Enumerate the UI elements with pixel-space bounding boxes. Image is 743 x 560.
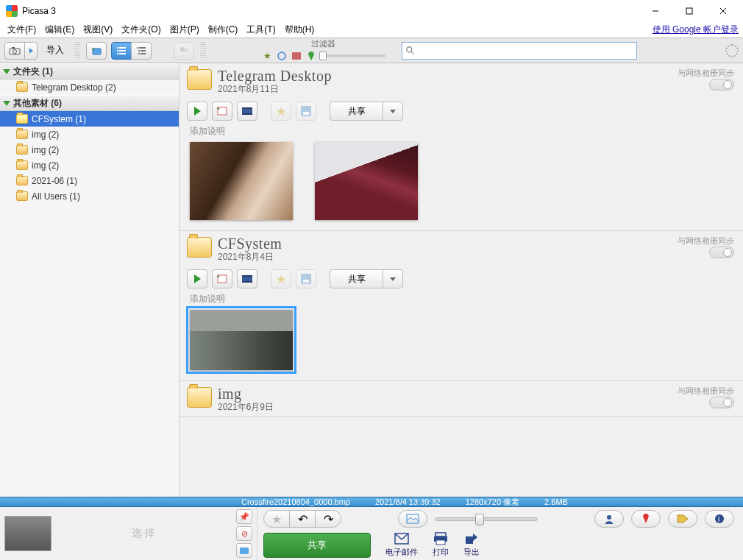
rotate-cw-button[interactable]: ↷ bbox=[315, 510, 341, 528]
add-photos-button[interactable]: + bbox=[212, 102, 232, 121]
window-minimize-button[interactable] bbox=[639, 1, 672, 21]
sidebar-item-label: img (2) bbox=[32, 145, 59, 155]
filter-face-button[interactable] bbox=[275, 49, 288, 63]
geotag-button[interactable] bbox=[631, 510, 661, 528]
info-datetime: 2021/8/4 13:39:32 bbox=[375, 497, 441, 506]
filter-date-slider[interactable] bbox=[319, 54, 385, 57]
menu-view[interactable]: 视图(V) bbox=[80, 22, 115, 38]
folder-icon[interactable] bbox=[187, 237, 212, 258]
sidebar-item-all-users[interactable]: All Users (1) bbox=[0, 188, 179, 204]
camera-icon-button[interactable] bbox=[4, 42, 25, 60]
email-label: 电子邮件 bbox=[385, 547, 418, 558]
rotate-ccw-button[interactable]: ↶ bbox=[289, 510, 316, 528]
svg-text:+: + bbox=[216, 274, 220, 280]
share-dropdown-button[interactable] bbox=[383, 102, 403, 121]
zoom-image-button[interactable] bbox=[398, 510, 427, 528]
album-title[interactable]: CFSystem bbox=[218, 235, 282, 252]
main-toolbar: 导入 + 过滤器 ★ bbox=[0, 38, 743, 63]
view-list-button[interactable] bbox=[111, 42, 132, 60]
sidebar-section-folders[interactable]: 文件夹 (1) bbox=[0, 63, 179, 79]
movie-button[interactable] bbox=[237, 269, 257, 288]
pin-button[interactable]: 📌 bbox=[236, 509, 252, 524]
sidebar-item-cfsystem[interactable]: CFSystem (1) bbox=[0, 111, 179, 127]
add-to-album-button[interactable] bbox=[236, 543, 252, 558]
thumbnail-selected[interactable] bbox=[190, 310, 293, 370]
email-action[interactable]: 电子邮件 bbox=[385, 532, 418, 558]
album-title[interactable]: img bbox=[218, 386, 274, 403]
google-login-link[interactable]: 使用 Google 帐户登录 bbox=[653, 24, 739, 36]
list-icon bbox=[116, 46, 127, 55]
pin-icon: 📌 bbox=[239, 512, 249, 522]
tray-thumbnail[interactable] bbox=[4, 516, 51, 551]
window-maximize-button[interactable] bbox=[672, 1, 706, 21]
add-folder-button[interactable]: + bbox=[86, 42, 107, 60]
sidebar-item-img-3[interactable]: img (2) bbox=[0, 157, 179, 173]
slideshow-button[interactable] bbox=[187, 102, 207, 121]
sidebar-item-telegram[interactable]: Telegram Desktop (2) bbox=[0, 79, 179, 95]
share-dropdown-button[interactable] bbox=[383, 269, 403, 288]
sync-toggle[interactable] bbox=[709, 79, 734, 91]
sidebar-item-img-2[interactable]: img (2) bbox=[0, 142, 179, 157]
save-button-disabled bbox=[296, 102, 316, 121]
info-filename: Crossfire20210804_0000.bmp bbox=[241, 497, 350, 506]
tag-people-button[interactable] bbox=[594, 510, 624, 528]
sync-toggle[interactable] bbox=[709, 247, 734, 258]
filter-video-button[interactable] bbox=[290, 49, 303, 63]
menu-picture[interactable]: 图片(P) bbox=[167, 22, 202, 38]
properties-button[interactable]: i bbox=[705, 510, 734, 528]
folder-icon[interactable] bbox=[187, 69, 212, 90]
add-photos-button[interactable]: + bbox=[212, 269, 232, 288]
diskette-icon bbox=[301, 106, 311, 116]
menu-folder[interactable]: 文件夹(O) bbox=[118, 22, 163, 38]
album-date: 2021年8月4日 bbox=[218, 251, 282, 263]
sidebar-item-2021-06[interactable]: 2021-06 (1) bbox=[0, 173, 179, 188]
info-dimensions: 1280x720 像素 bbox=[466, 497, 519, 508]
star-toggle-button[interactable]: ★ bbox=[263, 510, 290, 528]
print-icon bbox=[433, 532, 448, 545]
star-icon: ★ bbox=[276, 104, 286, 118]
svg-rect-20 bbox=[141, 53, 146, 54]
camera-dropdown-button[interactable] bbox=[24, 42, 38, 60]
slideshow-button[interactable] bbox=[187, 269, 207, 288]
view-tree-button[interactable] bbox=[131, 42, 152, 60]
svg-rect-50 bbox=[466, 536, 473, 544]
sync-toggle[interactable] bbox=[709, 397, 734, 408]
sidebar-item-img-1[interactable]: img (2) bbox=[0, 127, 179, 142]
menu-tools[interactable]: 工具(T) bbox=[243, 22, 278, 38]
menu-file[interactable]: 文件(F) bbox=[4, 22, 39, 38]
svg-rect-12 bbox=[119, 50, 126, 52]
print-action[interactable]: 打印 bbox=[433, 532, 449, 558]
folder-icon bbox=[16, 82, 28, 92]
folder-icon[interactable] bbox=[187, 387, 212, 408]
main-content[interactable]: 与网络相册同步 Telegram Desktop 2021年8月11日 + ★ bbox=[179, 63, 743, 497]
import-button[interactable]: 导入 bbox=[42, 42, 68, 60]
search-input[interactable] bbox=[416, 46, 633, 56]
svg-point-21 bbox=[180, 47, 185, 52]
svg-rect-17 bbox=[138, 50, 140, 52]
menu-help[interactable]: 帮助(H) bbox=[282, 22, 318, 38]
share-big-button[interactable]: 共享 bbox=[263, 533, 371, 558]
export-action[interactable]: 导出 bbox=[463, 532, 480, 558]
window-close-button[interactable] bbox=[706, 1, 740, 21]
menu-edit[interactable]: 编辑(E) bbox=[42, 22, 77, 38]
svg-text:+: + bbox=[216, 106, 220, 113]
folder-icon bbox=[16, 160, 28, 170]
tags-button[interactable] bbox=[668, 510, 697, 528]
caption-hint[interactable]: 添加说明 bbox=[190, 125, 736, 138]
menu-create[interactable]: 制作(C) bbox=[205, 22, 241, 38]
thumbnail[interactable] bbox=[315, 142, 418, 220]
movie-button[interactable] bbox=[237, 102, 257, 121]
search-box[interactable] bbox=[402, 42, 637, 60]
share-button[interactable]: 共享 bbox=[330, 102, 383, 121]
share-button[interactable]: 共享 bbox=[330, 269, 383, 288]
filter-star-button[interactable]: ★ bbox=[260, 49, 274, 63]
zoom-slider[interactable] bbox=[435, 517, 538, 521]
sidebar-section-other[interactable]: 其他素材 (6) bbox=[0, 95, 179, 111]
filter-geo-button[interactable] bbox=[305, 49, 318, 63]
thumbnail[interactable] bbox=[190, 142, 293, 220]
clear-tray-button[interactable]: ⊘ bbox=[236, 526, 252, 541]
album-title[interactable]: Telegram Desktop bbox=[218, 68, 332, 85]
svg-rect-13 bbox=[117, 53, 118, 54]
tag-icon bbox=[677, 514, 689, 523]
caption-hint[interactable]: 添加说明 bbox=[190, 293, 736, 305]
